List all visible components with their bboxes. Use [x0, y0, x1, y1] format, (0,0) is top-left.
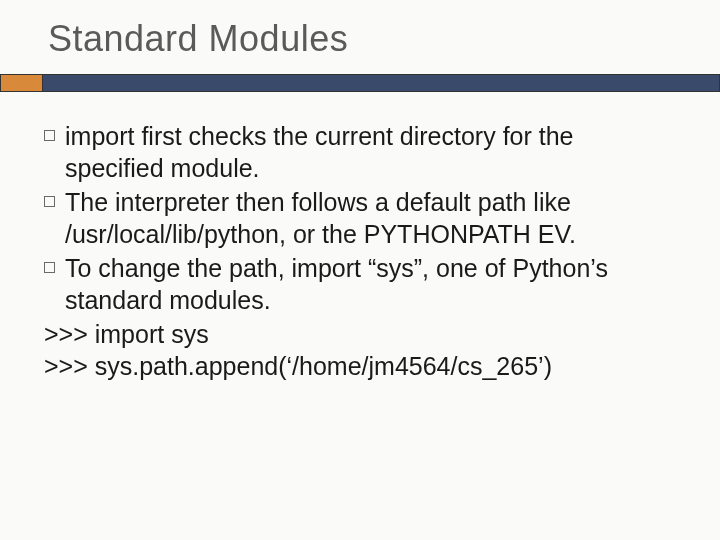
square-bullet-icon: [44, 196, 55, 207]
bullet-text: The interpreter then follows a default p…: [65, 186, 676, 250]
content-area: import first checks the current director…: [0, 120, 720, 382]
slide: Standard Modules import first checks the…: [0, 0, 720, 540]
divider: [0, 74, 720, 92]
accent-block: [0, 74, 42, 92]
bullet-item: The interpreter then follows a default p…: [44, 186, 676, 250]
code-line: >>> sys.path.append(‘/home/jm4564/cs_265…: [44, 350, 676, 382]
bullet-item: To change the path, import “sys”, one of…: [44, 252, 676, 316]
code-line: >>> import sys: [44, 318, 676, 350]
bullet-text: import first checks the current director…: [65, 120, 676, 184]
bullet-item: import first checks the current director…: [44, 120, 676, 184]
slide-title: Standard Modules: [0, 18, 720, 60]
square-bullet-icon: [44, 262, 55, 273]
square-bullet-icon: [44, 130, 55, 141]
bullet-text: To change the path, import “sys”, one of…: [65, 252, 676, 316]
divider-bar: [42, 74, 720, 92]
